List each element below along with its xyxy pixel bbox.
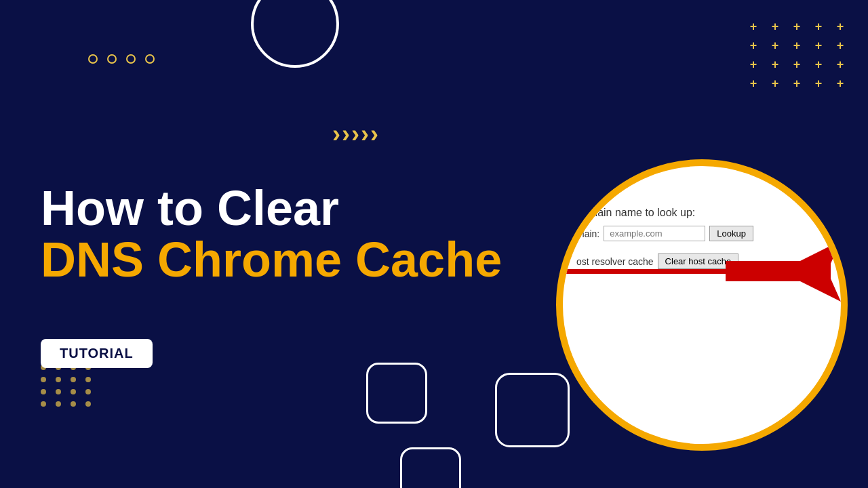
rect-right-decoration — [495, 373, 570, 447]
title-line1: How to Clear — [41, 183, 502, 235]
dns-domain-input[interactable] — [604, 226, 705, 241]
dots-top-left — [88, 54, 155, 64]
dot-4 — [145, 54, 155, 64]
tutorial-badge: TUTORIAL — [41, 339, 153, 368]
dots-bottom-left — [41, 365, 94, 407]
dns-domain-label: domain name to look up: — [576, 207, 841, 219]
dot-1 — [88, 54, 98, 64]
plus-grid-decoration: + + + + + + + + + + + + + + + + + + + + — [746, 20, 848, 89]
dot-2 — [107, 54, 117, 64]
title-line2: DNS Chrome Cache — [41, 235, 502, 286]
screenshot-circle: domain name to look up: main: Lookup ost… — [556, 159, 848, 451]
svg-rect-1 — [726, 261, 831, 281]
title-section: How to Clear DNS Chrome Cache — [41, 183, 502, 285]
tutorial-label: TUTORIAL — [60, 346, 134, 361]
chevrons-decoration: › › › › › — [332, 122, 378, 146]
rect-mid-decoration — [366, 363, 427, 424]
rect-bottom-decoration — [400, 447, 461, 488]
dns-input-label: main: — [576, 228, 599, 239]
circle-top-decoration — [251, 0, 339, 68]
dot-3 — [126, 54, 136, 64]
red-arrow-icon — [726, 227, 841, 315]
host-resolver-label: ost resolver cache — [576, 256, 654, 267]
